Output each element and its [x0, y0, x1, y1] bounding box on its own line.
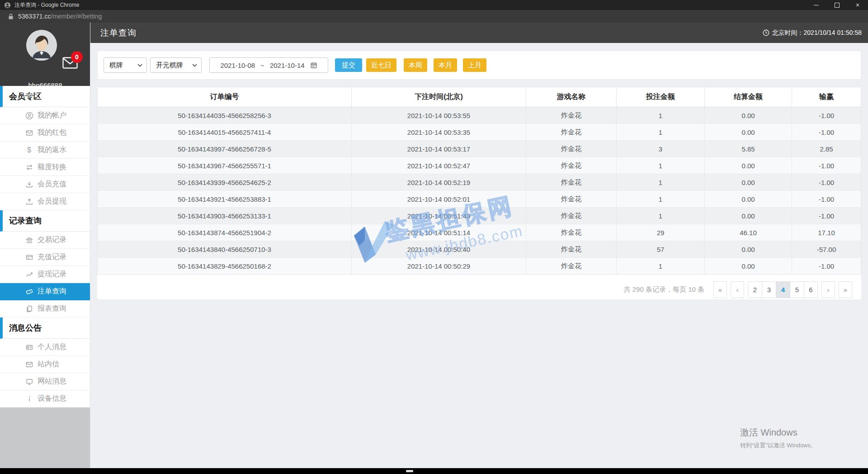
next-page-button[interactable]: › [821, 281, 835, 298]
bet-time: 2021-10-14 00:52:47 [352, 157, 526, 174]
sidebar-item-site-messages[interactable]: 网站消息 [0, 373, 90, 390]
date-range-input[interactable]: 2021-10-08 ~ 2021-10-14 [209, 57, 328, 73]
card-icon [25, 253, 33, 261]
sidebar-item-betting-query[interactable]: 注单查询 [0, 283, 90, 300]
section-title: 消息公告 [9, 322, 42, 333]
page-number-group: 2 3 4 5 6 [748, 281, 818, 298]
mail-icon [25, 360, 33, 369]
last-month-button[interactable]: 上月 [463, 58, 486, 72]
balance-value: 396.3 人民币 [22, 91, 59, 100]
settle-amount: 0.00 [705, 241, 792, 257]
order-id: 50-1634143939-4566254625-2 [98, 174, 352, 190]
sidebar-section-records: 记录查询 [0, 210, 90, 232]
settle-amount: 5.85 [705, 141, 792, 157]
sidebar-item-label: 站内信 [38, 360, 59, 369]
win-loss: -57.00 [792, 241, 861, 257]
browser-titlebar: 注单查询 - Google Chrome × [0, 0, 868, 10]
first-page-button[interactable]: « [713, 281, 727, 298]
order-id: 50-1634143829-4566250168-2 [98, 258, 352, 274]
sidebar-item-device-info[interactable]: 设备信息 [0, 390, 90, 408]
sidebar-item-label: 提现记录 [38, 270, 66, 279]
user-icon [25, 112, 33, 120]
filter-bar: 棋牌 开元棋牌 2021-10-08 ~ 2021-10-14 提交 近七日 本… [97, 51, 861, 80]
last-page-button[interactable]: » [839, 281, 852, 298]
order-id: 50-1634143840-4566250710-3 [98, 241, 352, 257]
transfer-icon [25, 163, 33, 171]
order-id: 50-1634143997-4566256728-5 [98, 141, 352, 157]
table-row: 50-1634144015-4566257411-4 2021-10-14 00… [98, 124, 861, 141]
pagination: 共 290 条记录，每页 10 条 « ‹ 2 3 4 5 6 › » [97, 281, 861, 298]
page-button-4-active[interactable]: 4 [776, 281, 790, 298]
sidebar-item-inbox[interactable]: 站内信 [0, 356, 90, 373]
last-7-days-button[interactable]: 近七日 [366, 58, 396, 72]
game-category-select[interactable]: 棋牌 [104, 57, 147, 73]
sidebar-item-label: 我的红包 [38, 128, 66, 137]
sidebar-item-deposit[interactable]: 会员充值 [0, 176, 90, 193]
settle-amount: 0.00 [705, 208, 792, 224]
sidebar-item-transactions[interactable]: 交易记录 [0, 232, 90, 249]
prev-page-button[interactable]: ‹ [731, 281, 744, 298]
beijing-time-text: 北京时间：2021/10/14 01:50:58 [772, 29, 862, 37]
col-bet-time: 下注时间(北京) [352, 87, 526, 107]
withdraw-icon [25, 198, 33, 206]
sidebar-item-my-account[interactable]: 我的帐户 [0, 107, 90, 124]
activate-line1: 激活 Windows [740, 427, 816, 439]
win-loss: -1.00 [792, 174, 861, 190]
win-loss: -1.00 [792, 107, 861, 123]
sidebar-item-label: 会员充值 [38, 180, 66, 189]
date-separator: ~ [260, 62, 264, 69]
sidebar-item-rebate[interactable]: $ 我的返水 [0, 142, 90, 159]
sidebar-item-red-packet[interactable]: 我的红包 [0, 124, 90, 142]
page-button-3[interactable]: 3 [762, 281, 776, 298]
bet-amount: 1 [617, 124, 705, 140]
bet-amount: 1 [617, 107, 705, 123]
bet-time: 2021-10-14 00:53:55 [352, 107, 526, 123]
win-loss: -1.00 [792, 157, 861, 174]
minimize-icon[interactable] [806, 0, 826, 10]
sidebar-filler [0, 408, 90, 468]
table-row: 50-1634143997-4566256728-5 2021-10-14 00… [98, 141, 861, 157]
beijing-time: 北京时间：2021/10/14 01:50:58 [763, 29, 862, 37]
page-button-2[interactable]: 2 [748, 281, 762, 298]
section-title: 记录查询 [9, 215, 42, 226]
red-packet-icon [25, 129, 33, 137]
sidebar-item-quota-transfer[interactable]: 额度转换 [0, 159, 90, 176]
settle-amount: 0.00 [705, 124, 792, 140]
clock-icon [763, 29, 769, 36]
page-button-5[interactable]: 5 [790, 281, 804, 298]
refresh-icon[interactable] [61, 92, 68, 99]
game-name: 炸金花 [526, 224, 617, 241]
bank-icon [25, 236, 33, 244]
game-name: 炸金花 [526, 107, 617, 123]
close-icon[interactable]: × [847, 0, 868, 10]
sidebar-item-deposit-records[interactable]: 充值记录 [0, 249, 90, 266]
balance-row: 396.3 人民币 [0, 91, 90, 100]
game-category-value: 棋牌 [109, 61, 123, 70]
url-bar[interactable]: 5363371.cc/member/#/betting [0, 10, 868, 23]
bet-time: 2021-10-14 00:51:43 [352, 208, 526, 224]
game-name: 炸金花 [526, 141, 617, 157]
this-week-button[interactable]: 本周 [404, 58, 427, 72]
sidebar-item-label: 交易记录 [38, 235, 66, 245]
avatar[interactable] [26, 30, 57, 61]
page-button-6[interactable]: 6 [804, 281, 818, 298]
chart-icon [25, 270, 33, 279]
sidebar-item-report-query[interactable]: 报表查询 [0, 300, 90, 318]
game-vendor-select[interactable]: 开元棋牌 [150, 57, 202, 73]
game-name: 炸金花 [526, 191, 617, 207]
sidebar-item-personal-messages[interactable]: 个人消息 [0, 339, 90, 356]
settle-amount: 0.00 [705, 258, 792, 274]
betting-table-card: 订单编号 下注时间(北京) 游戏名称 投注金额 结算金额 输赢 50-16341… [97, 87, 861, 299]
sidebar-item-label: 个人消息 [38, 342, 66, 352]
date-end-value: 2021-10-14 [270, 62, 305, 69]
maximize-icon[interactable] [826, 0, 847, 10]
table-row: 50-1634143903-4566253133-1 2021-10-14 00… [98, 208, 861, 224]
win-loss: -1.00 [792, 258, 861, 274]
settle-amount: 0.00 [705, 174, 792, 190]
sidebar-item-withdraw-records[interactable]: 提现记录 [0, 266, 90, 283]
this-month-button[interactable]: 本月 [434, 58, 457, 72]
submit-button[interactable]: 提交 [335, 58, 362, 72]
sidebar-item-withdraw[interactable]: 会员提现 [0, 193, 90, 210]
url-domain: 5363371.cc [18, 13, 51, 20]
calendar-icon [310, 62, 317, 69]
